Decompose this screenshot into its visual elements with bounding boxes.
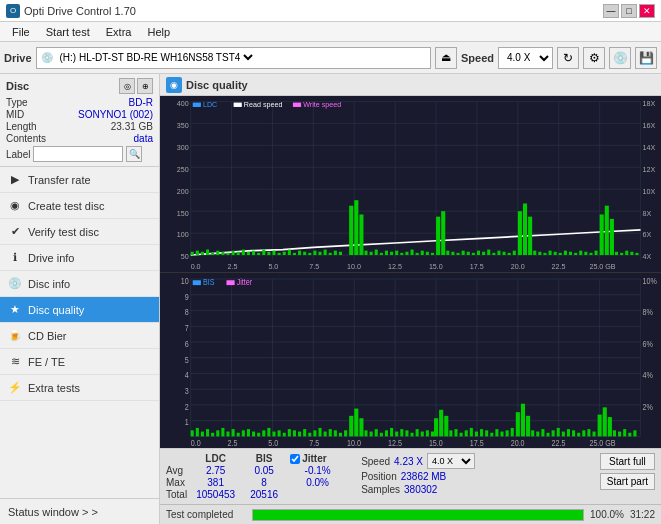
menu-help[interactable]: Help: [139, 25, 178, 39]
menu-extra[interactable]: Extra: [98, 25, 140, 39]
save-button[interactable]: 💾: [635, 47, 657, 69]
disc-label-button[interactable]: 🔍: [126, 146, 142, 162]
svg-rect-177: [252, 431, 255, 436]
nav-cd-bier[interactable]: 🍺 CD Bier: [0, 323, 159, 349]
bottom-chart: 10 9 8 7 6 5 4 3 2 1 10% 8% 6% 4% 2%: [160, 273, 661, 449]
svg-text:7: 7: [185, 323, 189, 333]
svg-rect-192: [329, 429, 332, 436]
disc-quality-header: ◉ Disc quality: [160, 74, 661, 96]
svg-rect-66: [441, 211, 445, 255]
svg-rect-252: [633, 430, 636, 436]
svg-text:18X: 18X: [643, 99, 656, 108]
svg-text:25.0 GB: 25.0 GB: [589, 438, 615, 448]
svg-rect-202: [380, 432, 383, 436]
settings-button[interactable]: ⚙: [583, 47, 605, 69]
svg-rect-218: [460, 432, 463, 436]
disc-icon-1[interactable]: ◎: [119, 78, 135, 94]
svg-rect-245: [582, 430, 585, 436]
svg-rect-37: [349, 206, 353, 255]
svg-rect-98: [610, 219, 614, 255]
stats-total-jitter: [290, 489, 345, 500]
svg-rect-206: [400, 429, 403, 436]
nav-disc-quality-label: Disc quality: [28, 304, 84, 316]
close-button[interactable]: ✕: [639, 4, 655, 18]
svg-rect-70: [446, 251, 449, 255]
nav-fe-te[interactable]: ≋ FE / TE: [0, 349, 159, 375]
nav-verify-test-disc[interactable]: ✔ Verify test disc: [0, 219, 159, 245]
jitter-checkbox[interactable]: [290, 454, 300, 464]
svg-rect-237: [557, 427, 560, 435]
nav-disc-quality[interactable]: ★ Disc quality: [0, 297, 159, 323]
menu-start-test[interactable]: Start test: [38, 25, 98, 39]
svg-rect-60: [395, 251, 398, 255]
status-text: Test completed: [166, 509, 246, 520]
stats-total-ldc: 1050453: [193, 489, 238, 500]
svg-rect-97: [605, 206, 609, 255]
svg-text:LDC: LDC: [203, 100, 218, 109]
svg-rect-173: [232, 429, 235, 436]
svg-text:15.0: 15.0: [429, 438, 443, 448]
svg-rect-181: [272, 431, 275, 436]
status-window-button[interactable]: Status window > >: [0, 498, 159, 524]
svg-text:350: 350: [177, 121, 189, 130]
svg-rect-231: [526, 415, 530, 436]
nav-extra-tests[interactable]: ⚡ Extra tests: [0, 375, 159, 401]
nav-disc-info-label: Disc info: [28, 278, 70, 290]
nav-cd-bier-label: CD Bier: [28, 330, 67, 342]
drive-select-container[interactable]: 💿 (H:) HL-DT-ST BD-RE WH16NS58 TST4: [36, 47, 431, 69]
nav-create-test-disc[interactable]: ◉ Create test disc: [0, 193, 159, 219]
svg-rect-83: [513, 251, 516, 255]
svg-text:25.0 GB: 25.0 GB: [589, 262, 615, 271]
svg-text:7.5: 7.5: [309, 262, 319, 271]
disc-icon-2[interactable]: ⊕: [137, 78, 153, 94]
svg-rect-53: [339, 252, 342, 255]
speed-select-dropdown[interactable]: 4.0 X: [427, 453, 475, 469]
svg-rect-54: [364, 251, 367, 255]
drive-dropdown[interactable]: (H:) HL-DT-ST BD-RE WH16NS58 TST4: [56, 51, 256, 64]
app-title: Opti Drive Control 1.70: [24, 5, 136, 17]
svg-rect-35: [262, 250, 265, 255]
svg-rect-27: [221, 252, 224, 255]
svg-rect-51: [329, 253, 332, 255]
svg-rect-34: [257, 253, 260, 255]
minimize-button[interactable]: —: [603, 4, 619, 18]
svg-rect-185: [293, 430, 296, 436]
disc-label-input[interactable]: [33, 146, 123, 162]
svg-rect-203: [385, 430, 388, 436]
svg-rect-55: [370, 252, 373, 255]
nav-disc-info[interactable]: 💿 Disc info: [0, 271, 159, 297]
svg-text:10.0: 10.0: [347, 438, 361, 448]
speed-dropdown[interactable]: 4.0 X: [498, 47, 553, 69]
svg-rect-102: [595, 251, 598, 255]
svg-rect-208: [411, 432, 414, 436]
svg-rect-93: [564, 251, 567, 255]
start-full-button[interactable]: Start full: [600, 453, 655, 470]
disc-mid-row: MID SONYNO1 (002): [6, 109, 153, 120]
nav-drive-info[interactable]: ℹ Drive info: [0, 245, 159, 271]
maximize-button[interactable]: □: [621, 4, 637, 18]
svg-rect-96: [600, 214, 604, 255]
nav-items: ▶ Transfer rate ◉ Create test disc ✔ Ver…: [0, 167, 159, 498]
titlebar: O Opti Drive Control 1.70 — □ ✕: [0, 0, 661, 22]
svg-rect-197: [359, 418, 363, 436]
status-window-label: Status window > >: [8, 506, 98, 518]
svg-rect-211: [426, 430, 429, 436]
progress-container: [252, 509, 584, 521]
stats-bis-header: BIS: [244, 453, 284, 464]
svg-rect-239: [567, 429, 570, 436]
stats-avg-jitter: -0.1%: [290, 465, 345, 476]
start-buttons: Start full Start part: [600, 453, 655, 490]
start-part-button[interactable]: Start part: [600, 473, 655, 490]
disc-length-row: Length 23.31 GB: [6, 121, 153, 132]
eject-button[interactable]: ⏏: [435, 47, 457, 69]
stats-max-label: Max: [166, 477, 187, 488]
menu-file[interactable]: File: [4, 25, 38, 39]
disc-button[interactable]: 💿: [609, 47, 631, 69]
refresh-button[interactable]: ↻: [557, 47, 579, 69]
svg-text:12.5: 12.5: [388, 438, 402, 448]
svg-rect-166: [196, 427, 199, 435]
svg-rect-214: [444, 415, 448, 436]
svg-rect-212: [434, 418, 438, 436]
nav-transfer-rate[interactable]: ▶ Transfer rate: [0, 167, 159, 193]
svg-rect-44: [293, 253, 296, 255]
